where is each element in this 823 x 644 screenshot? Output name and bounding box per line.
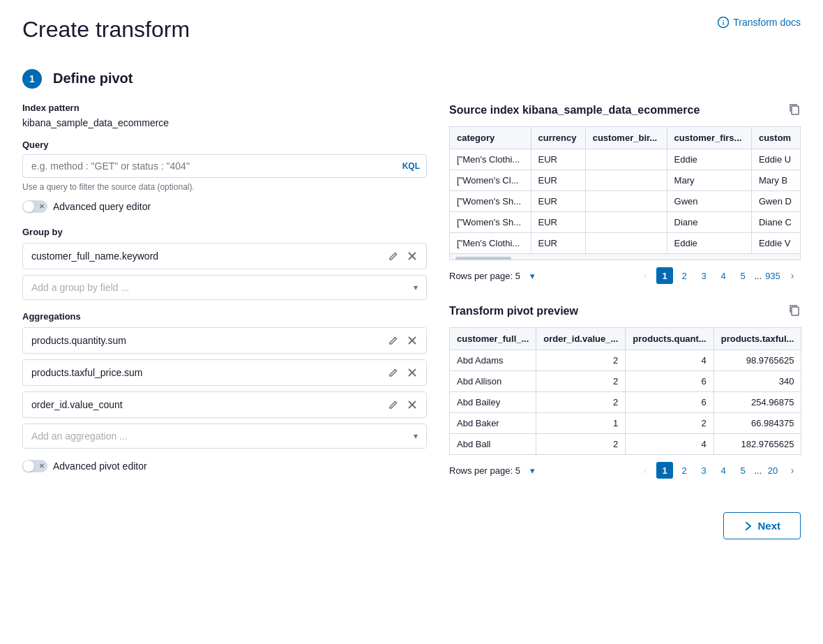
- source-cell-3-2: [585, 212, 667, 233]
- docs-icon: i: [718, 17, 729, 28]
- pivot-cell-3-2: 2: [626, 413, 713, 434]
- pivot-page-3[interactable]: 3: [695, 462, 712, 479]
- source-table-section: Source index kibana_sample_data_ecommerc…: [449, 103, 801, 284]
- next-label: Next: [757, 520, 780, 532]
- pivot-preview-copy-button[interactable]: [788, 304, 801, 319]
- pivot-preview-section: Transform pivot preview customer_full_..…: [449, 304, 801, 479]
- agg-edit-button-0[interactable]: [387, 334, 400, 347]
- toggle-knob: [23, 201, 34, 212]
- source-ellipsis: ...: [754, 271, 762, 281]
- source-page-5[interactable]: 5: [734, 267, 751, 284]
- step-badge: 1: [22, 69, 42, 89]
- source-rows-per-page-label: Rows per page: 5: [449, 271, 520, 281]
- source-col-4: custom: [751, 127, 800, 149]
- source-row-0: ["Men's Clothi... EUR Eddie Eddie U: [450, 149, 801, 170]
- source-row-2: ["Women's Sh... EUR Gwen Gwen D: [450, 191, 801, 212]
- source-cell-2-0: ["Women's Sh...: [450, 191, 531, 212]
- add-group-by-text: Add a group by field ...: [31, 282, 414, 293]
- source-cell-0-4: Eddie U: [751, 149, 800, 170]
- source-table-copy-button[interactable]: [788, 103, 801, 118]
- pivot-page-1[interactable]: 1: [656, 462, 673, 479]
- pivot-row-2: Abd Bailey 2 6 254.96875: [450, 392, 801, 413]
- page-title: Create transform: [22, 17, 190, 43]
- pivot-row-0: Abd Adams 2 4 98.9765625: [450, 350, 801, 371]
- pivot-page-next[interactable]: ›: [784, 462, 801, 479]
- kql-badge: KQL: [402, 161, 420, 171]
- group-by-field-text: customer_full_name.keyword: [31, 250, 387, 262]
- pivot-cell-2-0: Abd Bailey: [450, 392, 536, 413]
- source-cell-2-2: [585, 191, 667, 212]
- add-group-by-row[interactable]: Add a group by field ... ▾: [22, 275, 427, 300]
- source-cell-2-4: Gwen D: [751, 191, 800, 212]
- source-scrollbar: [455, 257, 511, 260]
- pivot-cell-0-2: 4: [626, 350, 713, 371]
- pivot-rows-per-page-label: Rows per page: 5: [449, 465, 520, 476]
- source-rows-dropdown[interactable]: ▾: [524, 267, 541, 284]
- agg-edit-button-1[interactable]: [387, 366, 400, 379]
- pivot-col-3: products.taxful...: [713, 328, 801, 350]
- source-cell-4-1: EUR: [531, 233, 585, 254]
- source-cell-4-4: Eddie V: [751, 233, 800, 254]
- advanced-query-label: Advanced query editor: [53, 201, 151, 212]
- pivot-rows-dropdown[interactable]: ▾: [524, 462, 541, 479]
- source-cell-1-3: Mary: [667, 170, 751, 191]
- source-cell-0-3: Eddie: [667, 149, 751, 170]
- add-aggregation-row[interactable]: Add an aggregation ... ▾: [22, 424, 427, 449]
- pivot-cell-4-3: 182.9765625: [713, 434, 801, 455]
- pivot-page-last[interactable]: 20: [764, 462, 781, 479]
- group-by-label: Group by: [22, 227, 427, 237]
- pivot-page-2[interactable]: 2: [676, 462, 693, 479]
- group-by-remove-button[interactable]: [407, 250, 418, 262]
- next-button[interactable]: Next: [723, 512, 801, 539]
- toggle-off-icon: ✕: [39, 203, 45, 210]
- source-cell-4-0: ["Men's Clothi...: [450, 233, 531, 254]
- source-cell-1-4: Mary B: [751, 170, 800, 191]
- pivot-page-prev[interactable]: ‹: [637, 462, 654, 479]
- pivot-row-1: Abd Allison 2 6 340: [450, 371, 801, 392]
- pivot-pagination: Rows per page: 5 ▾ ‹ 1 2 3 4 5 ... 20 ›: [449, 462, 801, 479]
- source-table: category currency customer_bir... custom…: [449, 126, 801, 254]
- source-page-last[interactable]: 935: [764, 267, 781, 284]
- step-title: Define pivot: [53, 70, 133, 87]
- pivot-page-5[interactable]: 5: [734, 462, 751, 479]
- agg-field-row-2: order_id.value_count: [22, 391, 427, 418]
- source-cell-1-0: ["Women's Cl...: [450, 170, 531, 191]
- pivot-cell-3-3: 66.984375: [713, 413, 801, 434]
- pivot-toggle-off-icon: ✕: [39, 463, 45, 470]
- group-by-edit-button[interactable]: [387, 250, 400, 262]
- group-by-field-row: customer_full_name.keyword: [22, 243, 427, 269]
- pivot-page-4[interactable]: 4: [715, 462, 732, 479]
- pivot-cell-4-1: 2: [536, 434, 626, 455]
- agg-edit-button-2[interactable]: [387, 398, 400, 411]
- agg-remove-button-0[interactable]: [407, 335, 418, 346]
- pivot-toggle-knob: [23, 460, 34, 472]
- agg-remove-button-2[interactable]: [407, 399, 418, 410]
- source-col-0: category: [450, 127, 531, 149]
- source-cell-0-0: ["Men's Clothi...: [450, 149, 531, 170]
- source-cell-3-0: ["Women's Sh...: [450, 212, 531, 233]
- pivot-cell-2-2: 6: [626, 392, 713, 413]
- source-row-4: ["Men's Clothi... EUR Eddie Eddie V: [450, 233, 801, 254]
- agg-field-text-2: order_id.value_count: [31, 399, 387, 410]
- source-page-2[interactable]: 2: [676, 267, 693, 284]
- index-pattern-label: Index pattern: [22, 103, 427, 113]
- source-page-prev[interactable]: ‹: [637, 267, 654, 284]
- source-cell-2-3: Gwen: [667, 191, 751, 212]
- query-input[interactable]: [22, 154, 427, 178]
- pivot-cell-2-1: 2: [536, 392, 626, 413]
- source-page-4[interactable]: 4: [715, 267, 732, 284]
- agg-field-row-0: products.quantity.sum: [22, 327, 427, 354]
- transform-docs-link[interactable]: i Transform docs: [718, 17, 801, 28]
- pivot-preview-title: Transform pivot preview: [449, 305, 578, 317]
- query-label: Query: [22, 140, 427, 150]
- source-page-3[interactable]: 3: [695, 267, 712, 284]
- pivot-preview-table: customer_full_... order_id.value_... pro…: [449, 327, 801, 455]
- advanced-query-toggle[interactable]: ✕: [22, 200, 47, 213]
- source-page-next[interactable]: ›: [784, 267, 801, 284]
- source-page-1[interactable]: 1: [656, 267, 673, 284]
- pivot-cell-4-0: Abd Ball: [450, 434, 536, 455]
- advanced-pivot-toggle[interactable]: ✕: [22, 460, 47, 472]
- next-chevron-icon: [743, 521, 753, 531]
- agg-remove-button-1[interactable]: [407, 367, 418, 378]
- source-cell-3-4: Diane C: [751, 212, 800, 233]
